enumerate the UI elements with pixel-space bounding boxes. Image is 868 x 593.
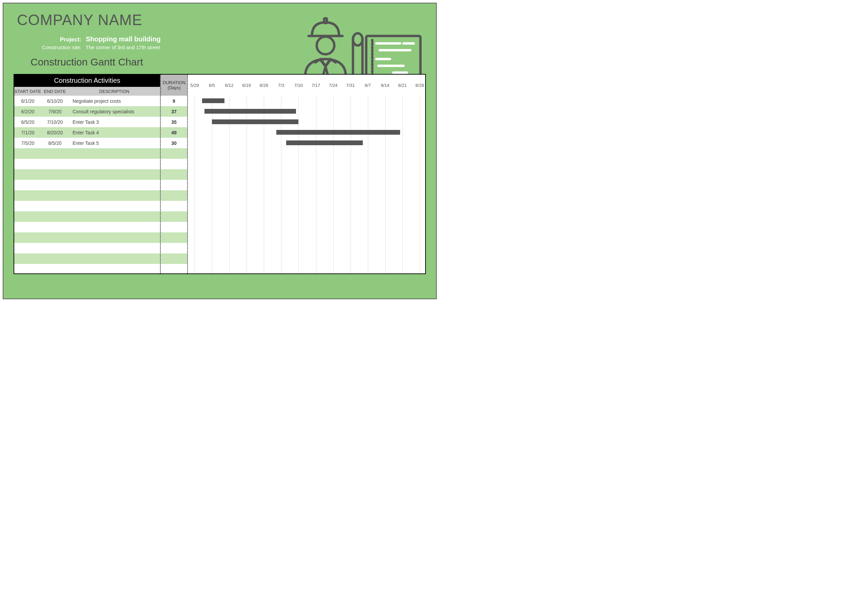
timeline-tick: 7/3 [278,83,284,88]
table-row [14,253,160,264]
duration-rows: 937354930 [161,96,187,274]
gantt-bar [286,140,363,145]
end-date-cell: 7/10/20 [41,120,68,125]
start-date-cell: 6/5/20 [14,120,41,125]
start-date-cell: 6/1/20 [14,98,41,104]
description-cell: Negotiate project costs [68,98,160,104]
activities-header: Construction Activities [14,75,160,87]
description-header: DESCRIPTION [68,89,160,94]
duration-cell [161,180,187,190]
gantt-bar [202,98,224,103]
duration-cell [161,243,187,253]
end-date-cell: 7/9/20 [41,109,68,114]
table-row [14,222,160,232]
table-row [14,232,160,243]
duration-cell [161,253,187,264]
header: COMPANY NAME Project: Shopping mall buil… [3,3,436,74]
end-date-cell: 6/10/20 [41,98,68,104]
description-cell: Consult regulatory specialists [68,109,160,114]
table-row [14,243,160,253]
table-row [14,190,160,201]
timeline-tick: 6/5 [209,83,215,88]
gantt-bar [204,109,296,114]
timeline-tick: 6/26 [260,83,268,88]
timeline-tick: 7/31 [346,83,355,88]
duration-cell [161,232,187,243]
table-row: 6/1/206/10/20Negotiate project costs [14,96,160,106]
duration-header-line1: DURATION [161,80,187,85]
start-date-cell: 7/1/20 [14,130,41,135]
timeline-tick: 7/24 [329,83,337,88]
chart-timeline-header: 5/296/56/126/196/267/37/107/177/247/318/… [188,75,425,96]
duration-cell [161,148,187,159]
timeline-tick: 5/29 [190,83,199,88]
timeline-tick: 7/17 [311,83,320,88]
duration-column: DURATION (Days) 937354930 [161,75,188,274]
table-row: 6/5/207/10/20Enter Task 3 [14,117,160,127]
start-date-cell: 7/5/20 [14,140,41,146]
table-row [14,180,160,190]
duration-cell [161,159,187,169]
duration-cell: 9 [161,96,187,106]
duration-header: DURATION (Days) [161,75,187,96]
table-row [14,264,160,274]
table-row [14,211,160,222]
svg-point-2 [353,33,362,46]
column-headers: START DATE END DATE DESCRIPTION [14,87,160,96]
duration-cell: 37 [161,106,187,117]
description-cell: Enter Task 5 [68,140,160,146]
activity-rows: 6/1/206/10/20Negotiate project costs6/2/… [14,96,160,274]
svg-rect-0 [324,18,327,23]
table-row [14,201,160,211]
gantt-bar [212,120,298,124]
gantt-bar [276,130,400,135]
duration-cell [161,211,187,222]
table-row [14,159,160,169]
end-date-header: END DATE [41,89,68,94]
timeline-tick: 8/28 [415,83,424,88]
gridline [333,96,334,274]
end-date-cell: 8/5/20 [41,140,68,146]
table-row: 6/2/207/9/20Consult regulatory specialis… [14,106,160,117]
gridline [298,96,299,274]
end-date-cell: 8/20/20 [41,130,68,135]
gridline [368,96,368,274]
description-cell: Enter Task 4 [68,130,160,135]
gridline [195,96,195,274]
duration-cell [161,169,187,180]
site-value: The corner of 3rd and 17th street [86,44,160,50]
description-cell: Enter Task 3 [68,120,160,125]
gridline [351,96,351,274]
table-row: 7/5/208/5/20Enter Task 5 [14,138,160,148]
gridline [385,96,385,274]
table-row: 7/1/208/20/20Enter Task 4 [14,127,160,138]
duration-cell [161,190,187,201]
svg-point-1 [317,37,334,54]
duration-cell [161,264,187,274]
chart-panel: Construction Activities START DATE END D… [13,74,426,274]
duration-cell: 30 [161,138,187,148]
duration-cell [161,201,187,211]
timeline-tick: 8/21 [398,83,406,88]
timeline-tick: 8/7 [365,83,371,88]
start-date-header: START DATE [14,89,41,94]
timeline-tick: 6/12 [225,83,233,88]
table-row [14,148,160,159]
duration-header-line2: (Days) [161,85,187,90]
project-label: Project: [34,36,81,43]
duration-cell: 49 [161,127,187,138]
start-date-cell: 6/2/20 [14,109,41,114]
gridline [316,96,316,274]
site-label: Construction site: [34,44,81,50]
gridline [420,96,420,274]
project-value: Shopping mall building [86,35,161,43]
timeline-tick: 6/19 [242,83,251,88]
duration-cell: 35 [161,117,187,127]
timeline-tick: 8/14 [381,83,389,88]
activities-column: Construction Activities START DATE END D… [14,75,161,274]
gantt-chart-area: 5/296/56/126/196/267/37/107/177/247/318/… [188,75,425,274]
table-row [14,169,160,180]
document-frame: COMPANY NAME Project: Shopping mall buil… [3,3,437,299]
timeline-tick: 7/10 [294,83,303,88]
duration-cell [161,222,187,232]
